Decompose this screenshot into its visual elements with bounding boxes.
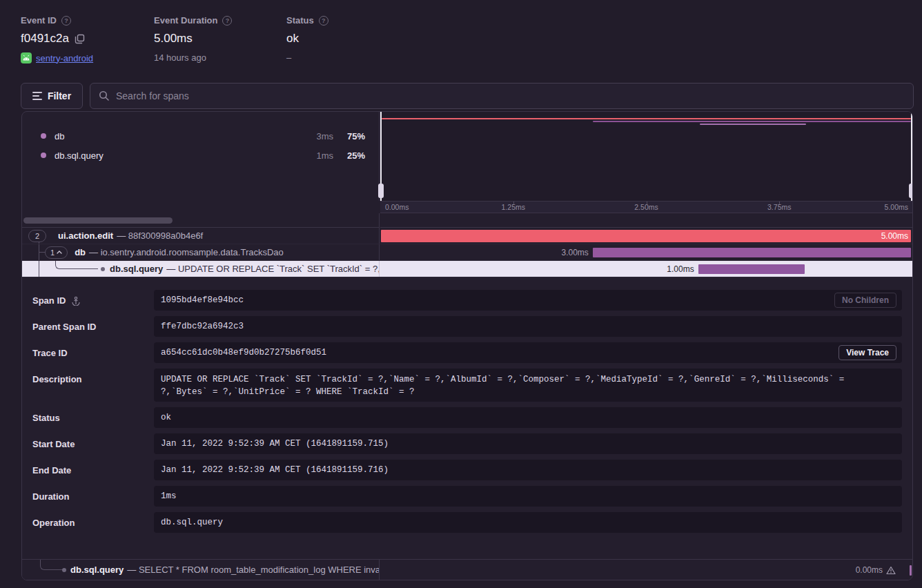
detail-value-box: ok	[154, 407, 902, 428]
detail-label: Duration	[32, 491, 69, 502]
status-block: Status ? ok –	[286, 15, 328, 63]
legend-time: 3ms	[316, 131, 333, 141]
minimap-left-handle[interactable]	[380, 112, 382, 201]
detail-value-box: db.sql.query	[154, 512, 902, 533]
view-trace-button[interactable]: View Trace	[838, 345, 896, 360]
scrollbar-row-spacer	[380, 213, 912, 228]
minimap-span-line	[593, 121, 910, 122]
drag-grip-icon[interactable]	[909, 184, 913, 198]
tree-scrollbar-track[interactable]	[22, 213, 380, 228]
detail-label: Status	[32, 413, 60, 423]
minimap-right-handle[interactable]	[911, 112, 912, 201]
trace-minimap[interactable]	[380, 112, 912, 201]
detail-value-box: Jan 11, 2022 9:52:39 AM CET (1641891159.…	[154, 460, 902, 480]
legend-op: db.sql.query	[55, 150, 104, 161]
help-icon[interactable]: ?	[319, 16, 328, 26]
legend-item-db[interactable]: db 3ms 75%	[22, 129, 380, 143]
detail-value: ffe7dbc92a6942c3	[161, 320, 244, 333]
span-desc: — UPDATE OR REPLACE `Track` SET `TrackId…	[166, 264, 380, 274]
copy-icon[interactable]	[75, 34, 85, 44]
anchor-icon[interactable]	[71, 296, 81, 306]
legend-pct: 75%	[347, 131, 365, 141]
event-id-block: Event ID ? f0491c2a sentry-android	[21, 15, 93, 63]
tree-node-dot	[101, 267, 105, 271]
tree-scrollbar-thumb[interactable]	[23, 217, 173, 224]
detail-row-end-date: End Date Jan 11, 2022 9:52:39 AM CET (16…	[32, 460, 902, 480]
span-op: db	[75, 247, 86, 257]
detail-label: Trace ID	[32, 348, 68, 358]
tree-connector	[55, 261, 98, 269]
tree-node-dot	[62, 568, 66, 572]
axis-tick-label: 5.00ms	[885, 203, 908, 211]
legend-item-db-sql-query[interactable]: db.sql.query 1ms 25%	[22, 148, 380, 162]
detail-row-duration: Duration 1ms	[32, 486, 902, 507]
detail-value-box: 1095bd4ef8e94bcc No Children	[154, 290, 902, 311]
filter-icon	[32, 92, 42, 100]
span-row-ui-action-edit[interactable]: 2 ui.action.edit — 88f300998a0b4e6f 5.00…	[22, 228, 912, 244]
span-op: db.sql.query	[70, 565, 124, 575]
legend-pct: 25%	[347, 150, 365, 161]
search-bar[interactable]	[90, 83, 914, 109]
detail-value-box: UPDATE OR REPLACE `Track` SET `TrackId` …	[154, 369, 902, 402]
legend-dot-icon	[41, 153, 46, 158]
span-row-db-sql-query-select[interactable]: db.sql.query — SELECT * FROM room_table_…	[22, 559, 912, 580]
operations-breakdown: db 3ms 75% db.sql.query 1ms 25%	[22, 112, 380, 201]
span-children-badge[interactable]: 1	[45, 246, 68, 259]
detail-label: End Date	[32, 465, 71, 476]
drag-grip-icon[interactable]	[378, 184, 384, 198]
event-id-label-row: Event ID ?	[21, 15, 93, 26]
span-duration-label: 1.00ms	[667, 261, 694, 277]
filter-button-label: Filter	[48, 90, 71, 101]
event-id-label: Event ID	[21, 15, 57, 26]
span-tree: 2 ui.action.edit — 88f300998a0b4e6f 5.00…	[22, 228, 912, 277]
span-duration-bar	[698, 264, 805, 274]
span-duration-bar	[381, 230, 910, 242]
detail-label: Span ID	[32, 295, 66, 306]
legend-dot-icon	[41, 133, 46, 139]
help-icon[interactable]: ?	[222, 16, 232, 26]
detail-value-box: ffe7dbc92a6942c3	[154, 316, 902, 337]
minimap-span-line	[382, 118, 910, 119]
spans-panel: db 3ms 75% db.sql.query 1ms 25% 0.00ms 1…	[21, 111, 913, 580]
detail-row-parent-span-id: Parent Span ID ffe7dbc92a6942c3	[32, 316, 902, 337]
detail-value: ok	[161, 411, 171, 424]
detail-label: Description	[32, 374, 82, 384]
span-duration-label: 3.00ms	[561, 244, 588, 261]
status-value: ok	[286, 32, 299, 46]
detail-value: 1ms	[161, 490, 177, 502]
time-axis: 0.00ms 1.25ms 2.50ms 3.75ms 5.00ms	[380, 201, 912, 213]
zero-duration-marker	[910, 565, 912, 576]
minimap-span-line	[700, 124, 806, 125]
span-desc: — 88f300998a0b4e6f	[117, 231, 203, 241]
event-duration-value: 5.00ms	[154, 32, 193, 46]
help-icon[interactable]: ?	[61, 16, 71, 26]
filter-button[interactable]: Filter	[21, 83, 83, 109]
search-input[interactable]	[116, 90, 905, 101]
detail-label: Start Date	[32, 439, 75, 449]
span-details: Span ID 1095bd4ef8e94bcc No Children Par…	[22, 277, 912, 559]
detail-value: Jan 11, 2022 9:52:39 AM CET (1641891159.…	[161, 438, 389, 450]
detail-row-operation: Operation db.sql.query	[32, 512, 902, 533]
detail-row-description: Description UPDATE OR REPLACE `Track` SE…	[32, 369, 902, 402]
android-platform-icon	[21, 52, 32, 63]
detail-value: Jan 11, 2022 9:52:39 AM CET (1641891159.…	[161, 464, 389, 476]
warning-icon	[886, 566, 896, 575]
legend-op: db	[55, 131, 64, 141]
detail-label: Parent Span ID	[32, 322, 96, 332]
project-link[interactable]: sentry-android	[36, 53, 93, 63]
span-desc: — SELECT * FROM room_table_modification_…	[127, 565, 380, 575]
span-row-db[interactable]: 1 db — io.sentry.android.roomsample.data…	[22, 244, 912, 261]
span-duration-bar	[593, 248, 911, 257]
detail-row-trace-id: Trace ID a654cc61dc0b48ef9d0b27275b6f0d5…	[32, 342, 902, 363]
span-row-db-sql-query-selected[interactable]: db.sql.query — UPDATE OR REPLACE `Track`…	[22, 261, 912, 277]
detail-row-status: Status ok	[32, 407, 902, 428]
detail-value-box: 1ms	[154, 486, 902, 507]
span-children-badge[interactable]: 2	[28, 230, 46, 242]
detail-label: Operation	[32, 518, 75, 528]
span-op: db.sql.query	[110, 264, 163, 274]
axis-tick-label: 2.50ms	[634, 203, 658, 211]
event-age: 14 hours ago	[154, 52, 232, 63]
no-children-button: No Children	[834, 293, 896, 308]
axis-tick-label: 1.25ms	[502, 203, 525, 211]
span-duration-label: 0.00ms	[856, 560, 883, 580]
